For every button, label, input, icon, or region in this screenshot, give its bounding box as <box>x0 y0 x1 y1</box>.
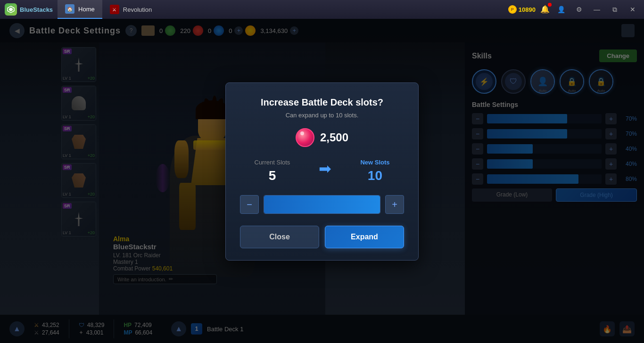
modal-subtitle: Can expand up to 10 slots. <box>240 112 404 119</box>
revolution-tab-label: Revolution <box>123 6 152 13</box>
settings-button[interactable]: ⚙ <box>572 3 586 16</box>
stepper-plus-button[interactable]: + <box>385 195 404 214</box>
gem-icon <box>296 128 314 147</box>
new-slots-value: 10 <box>368 168 382 183</box>
current-slots-label: Current Slots <box>255 159 290 166</box>
current-slots-group: Current Slots 5 <box>255 159 290 183</box>
account-button[interactable]: 👤 <box>554 3 568 16</box>
home-tab-label: Home <box>78 6 95 13</box>
svg-marker-1 <box>9 8 13 11</box>
stepper-bar-container <box>264 195 380 214</box>
stepper-minus-button[interactable]: − <box>240 195 259 214</box>
maximize-button[interactable]: ⧉ <box>608 3 621 16</box>
modal-stepper: − + <box>240 195 404 214</box>
revolution-tab-icon: ⚔ <box>110 5 119 14</box>
new-slots-group: New Slots 10 <box>360 159 389 183</box>
currency-value: 10890 <box>519 6 536 13</box>
titlebar: BlueStacks 🏠 Home ⚔ Revolution P 10890 🔔… <box>0 0 644 19</box>
currency-display: P 10890 <box>508 5 536 14</box>
minimize-button[interactable]: — <box>590 3 603 16</box>
new-slots-label: New Slots <box>360 159 389 166</box>
modal-title: Increase Battle Deck slots? <box>240 97 404 108</box>
current-slots-value: 5 <box>269 168 276 183</box>
coin-icon: P <box>508 5 517 14</box>
stepper-bar <box>264 196 380 213</box>
cost-value: 2,500 <box>320 131 348 144</box>
notification-badge <box>548 3 552 7</box>
home-tab-icon: 🏠 <box>65 4 74 14</box>
notification-icon[interactable]: 🔔 <box>540 5 550 14</box>
tab-revolution[interactable]: ⚔ Revolution <box>102 0 159 19</box>
modal-cost-row: 2,500 <box>240 128 404 147</box>
modal-slots-section: Current Slots 5 ➡ New Slots 10 <box>240 159 404 183</box>
gem-sparkle <box>300 131 304 135</box>
close-modal-button[interactable]: Close <box>240 226 319 248</box>
bluestacks-logo-icon <box>5 3 17 16</box>
close-button[interactable]: ✕ <box>626 3 639 16</box>
arrow-right-icon: ➡ <box>319 160 331 178</box>
battle-deck-modal: Increase Battle Deck slots? Can expand u… <box>225 82 419 261</box>
expand-button[interactable]: Expand <box>325 226 404 248</box>
bluestacks-name: BlueStacks <box>20 6 53 13</box>
tab-home[interactable]: 🏠 Home <box>58 0 102 19</box>
bluestacks-logo: BlueStacks <box>0 3 58 16</box>
modal-buttons: Close Expand <box>240 226 404 248</box>
titlebar-right: P 10890 🔔 👤 ⚙ — ⧉ ✕ <box>508 3 644 16</box>
